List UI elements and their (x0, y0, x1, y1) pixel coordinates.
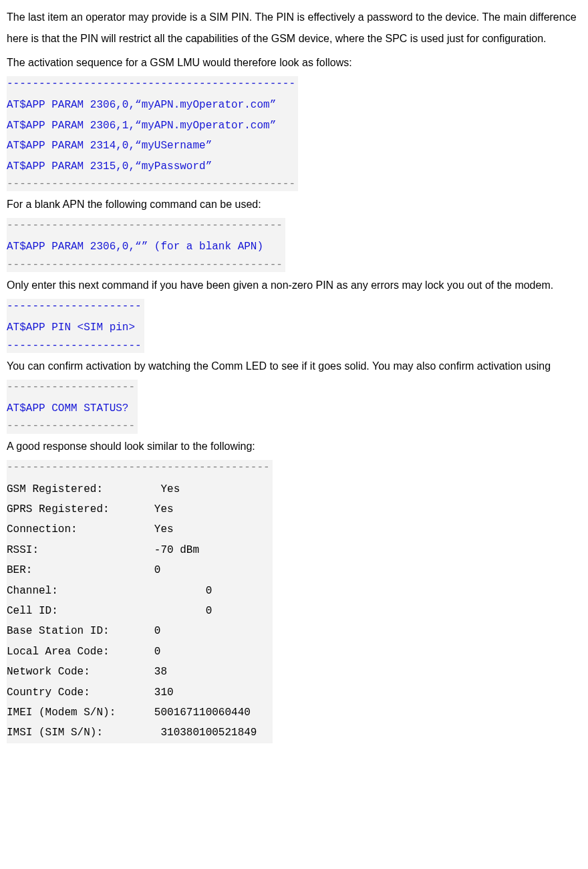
paragraph-good-response: A good response should look similar to t… (7, 436, 581, 457)
dash-divider: -------------------- (7, 418, 135, 433)
dash-divider: -------------------- (7, 380, 135, 394)
code-block-sim-pin: --------------------- AT$APP PIN <SIM pi… (7, 299, 144, 353)
dash-divider: ----------------------------------------… (7, 176, 295, 191)
code-block-blank-apn: ----------------------------------------… (7, 218, 285, 272)
dash-divider: --------------------- (7, 338, 142, 353)
dash-divider: ----------------------------------------… (7, 257, 283, 272)
code-line: AT$APP PARAM 2306,1,“myAPN.myOperator.co… (7, 116, 295, 136)
code-block-activation: ----------------------------------------… (7, 76, 298, 191)
code-line: AT$APP PARAM 2314,0,“myUSername” (7, 136, 295, 156)
paragraph-intro-1: The last item an operator may provide is… (7, 7, 581, 49)
dash-divider: ----------------------------------------… (7, 218, 283, 233)
paragraph-activation-sequence: The activation sequence for a GSM LMU wo… (7, 52, 581, 74)
code-line: AT$APP PARAM 2306,0,“myAPN.myOperator.co… (7, 95, 295, 115)
code-line: AT$APP PARAM 2306,0,“” (for a blank APN) (7, 237, 283, 257)
dash-divider: --------------------- (7, 299, 142, 314)
code-block-status-response: ----------------------------------------… (7, 460, 273, 743)
paragraph-blank-apn: For a blank APN the following command ca… (7, 194, 581, 215)
dash-divider: ----------------------------------------… (7, 460, 270, 475)
paragraph-pin-warning: Only enter this next command if you have… (7, 275, 581, 296)
dash-divider: ----------------------------------------… (7, 76, 295, 91)
paragraph-confirm-activation: You can confirm activation by watching t… (7, 356, 581, 377)
code-line: AT$APP COMM STATUS? (7, 398, 135, 418)
status-output: GSM Registered: Yes GPRS Registered: Yes… (7, 479, 270, 743)
code-block-comm-status: -------------------- AT$APP COMM STATUS?… (7, 380, 138, 434)
code-line: AT$APP PIN <SIM pin> (7, 318, 142, 338)
code-line: AT$APP PARAM 2315,0,“myPassword” (7, 156, 295, 176)
